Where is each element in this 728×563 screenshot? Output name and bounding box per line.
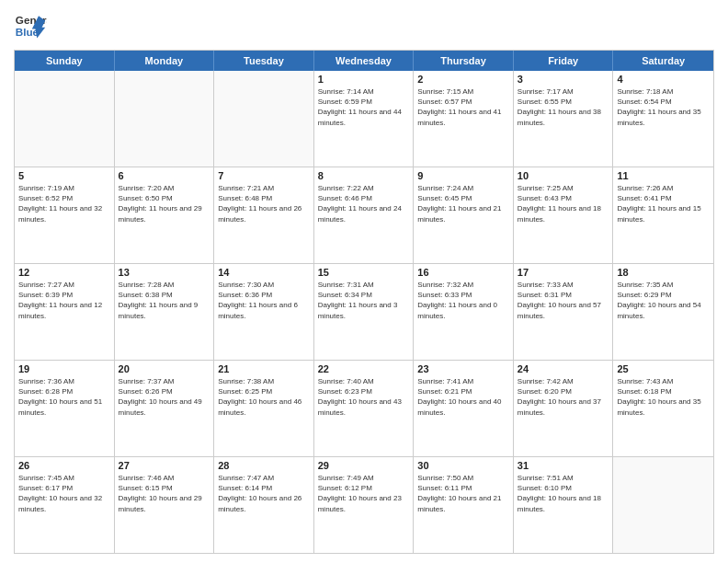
day-cell-17: 17Sunrise: 7:33 AMSunset: 6:31 PMDayligh…: [514, 264, 614, 360]
day-info: Sunrise: 7:38 AMSunset: 6:25 PMDaylight:…: [218, 376, 310, 418]
day-cell-12: 12Sunrise: 7:27 AMSunset: 6:39 PMDayligh…: [15, 264, 115, 360]
day-info: Sunrise: 7:21 AMSunset: 6:48 PMDaylight:…: [218, 183, 310, 224]
day-cell-19: 19Sunrise: 7:36 AMSunset: 6:28 PMDayligh…: [15, 361, 115, 456]
day-info: Sunrise: 7:20 AMSunset: 6:50 PMDaylight:…: [119, 183, 210, 224]
day-info: Sunrise: 7:24 AMSunset: 6:45 PMDaylight:…: [417, 183, 509, 224]
day-cell-21: 21Sunrise: 7:38 AMSunset: 6:25 PMDayligh…: [214, 361, 314, 456]
day-cell-23: 23Sunrise: 7:41 AMSunset: 6:21 PMDayligh…: [414, 361, 514, 456]
day-number: 15: [318, 267, 410, 278]
day-number: 1: [318, 74, 410, 85]
day-number: 13: [119, 267, 210, 278]
day-number: 17: [518, 267, 609, 278]
day-info: Sunrise: 7:26 AMSunset: 6:41 PMDaylight:…: [617, 183, 710, 224]
day-info: Sunrise: 7:45 AMSunset: 6:17 PMDaylight:…: [18, 473, 110, 514]
day-number: 14: [218, 267, 310, 278]
day-number: 25: [617, 363, 710, 374]
day-info: Sunrise: 7:47 AMSunset: 6:14 PMDaylight:…: [218, 473, 310, 514]
header-day-tuesday: Tuesday: [214, 51, 314, 71]
day-number: 11: [617, 170, 710, 181]
calendar-body: 1Sunrise: 7:14 AMSunset: 6:59 PMDaylight…: [15, 71, 713, 553]
day-number: 16: [417, 267, 509, 278]
empty-cell: [613, 457, 713, 553]
day-number: 2: [417, 74, 509, 85]
day-cell-5: 5Sunrise: 7:19 AMSunset: 6:52 PMDaylight…: [15, 167, 115, 263]
header-day-sunday: Sunday: [15, 51, 115, 71]
day-cell-27: 27Sunrise: 7:46 AMSunset: 6:15 PMDayligh…: [115, 457, 215, 553]
day-info: Sunrise: 7:50 AMSunset: 6:11 PMDaylight:…: [417, 473, 509, 514]
day-cell-6: 6Sunrise: 7:20 AMSunset: 6:50 PMDaylight…: [115, 167, 215, 263]
day-number: 28: [218, 460, 310, 471]
day-number: 4: [617, 74, 710, 85]
day-cell-24: 24Sunrise: 7:42 AMSunset: 6:20 PMDayligh…: [514, 361, 614, 456]
day-info: Sunrise: 7:22 AMSunset: 6:46 PMDaylight:…: [318, 183, 410, 224]
day-cell-18: 18Sunrise: 7:35 AMSunset: 6:29 PMDayligh…: [613, 264, 713, 360]
day-info: Sunrise: 7:36 AMSunset: 6:28 PMDaylight:…: [18, 376, 110, 418]
day-info: Sunrise: 7:31 AMSunset: 6:34 PMDaylight:…: [318, 280, 410, 321]
empty-cell: [115, 71, 215, 167]
day-info: Sunrise: 7:43 AMSunset: 6:18 PMDaylight:…: [617, 376, 710, 418]
day-info: Sunrise: 7:14 AMSunset: 6:59 PMDaylight:…: [318, 86, 410, 128]
header: General Blue: [14, 9, 714, 42]
day-number: 8: [318, 170, 410, 181]
day-cell-11: 11Sunrise: 7:26 AMSunset: 6:41 PMDayligh…: [613, 167, 713, 263]
day-cell-29: 29Sunrise: 7:49 AMSunset: 6:12 PMDayligh…: [314, 457, 415, 553]
day-number: 20: [119, 363, 210, 374]
day-number: 30: [417, 460, 509, 471]
day-cell-30: 30Sunrise: 7:50 AMSunset: 6:11 PMDayligh…: [414, 457, 514, 553]
day-number: 12: [18, 267, 110, 278]
day-number: 22: [318, 363, 410, 374]
day-info: Sunrise: 7:46 AMSunset: 6:15 PMDaylight:…: [119, 473, 210, 514]
day-number: 7: [218, 170, 310, 181]
day-info: Sunrise: 7:30 AMSunset: 6:36 PMDaylight:…: [218, 280, 310, 321]
day-number: 5: [18, 170, 110, 181]
empty-cell: [15, 71, 115, 167]
day-info: Sunrise: 7:19 AMSunset: 6:52 PMDaylight:…: [18, 183, 110, 224]
day-cell-7: 7Sunrise: 7:21 AMSunset: 6:48 PMDaylight…: [214, 167, 314, 263]
day-cell-10: 10Sunrise: 7:25 AMSunset: 6:43 PMDayligh…: [514, 167, 614, 263]
day-info: Sunrise: 7:40 AMSunset: 6:23 PMDaylight:…: [318, 376, 410, 418]
day-number: 31: [518, 460, 609, 471]
day-cell-14: 14Sunrise: 7:30 AMSunset: 6:36 PMDayligh…: [214, 264, 314, 360]
day-number: 26: [18, 460, 110, 471]
page: General Blue SundayMondayTuesdayWednesda…: [0, 0, 728, 563]
day-cell-1: 1Sunrise: 7:14 AMSunset: 6:59 PMDaylight…: [314, 71, 415, 167]
day-info: Sunrise: 7:33 AMSunset: 6:31 PMDaylight:…: [518, 280, 609, 321]
day-info: Sunrise: 7:25 AMSunset: 6:43 PMDaylight:…: [518, 183, 609, 224]
week-row-2: 12Sunrise: 7:27 AMSunset: 6:39 PMDayligh…: [15, 264, 713, 361]
day-number: 9: [417, 170, 509, 181]
logo: General Blue: [14, 9, 47, 42]
day-number: 21: [218, 363, 310, 374]
calendar: SundayMondayTuesdayWednesdayThursdayFrid…: [14, 50, 714, 554]
header-day-thursday: Thursday: [414, 51, 514, 71]
day-number: 27: [119, 460, 210, 471]
day-info: Sunrise: 7:28 AMSunset: 6:38 PMDaylight:…: [119, 280, 210, 321]
day-number: 3: [518, 74, 609, 85]
day-number: 18: [617, 267, 710, 278]
day-cell-4: 4Sunrise: 7:18 AMSunset: 6:54 PMDaylight…: [613, 71, 713, 167]
day-number: 24: [518, 363, 609, 374]
calendar-header: SundayMondayTuesdayWednesdayThursdayFrid…: [15, 51, 713, 71]
day-cell-8: 8Sunrise: 7:22 AMSunset: 6:46 PMDaylight…: [314, 167, 415, 263]
week-row-3: 19Sunrise: 7:36 AMSunset: 6:28 PMDayligh…: [15, 361, 713, 457]
week-row-0: 1Sunrise: 7:14 AMSunset: 6:59 PMDaylight…: [15, 71, 713, 167]
day-info: Sunrise: 7:42 AMSunset: 6:20 PMDaylight:…: [518, 376, 609, 418]
day-cell-26: 26Sunrise: 7:45 AMSunset: 6:17 PMDayligh…: [15, 457, 115, 553]
day-cell-2: 2Sunrise: 7:15 AMSunset: 6:57 PMDaylight…: [414, 71, 514, 167]
day-cell-13: 13Sunrise: 7:28 AMSunset: 6:38 PMDayligh…: [115, 264, 215, 360]
day-cell-16: 16Sunrise: 7:32 AMSunset: 6:33 PMDayligh…: [414, 264, 514, 360]
day-cell-31: 31Sunrise: 7:51 AMSunset: 6:10 PMDayligh…: [514, 457, 614, 553]
day-number: 19: [18, 363, 110, 374]
day-cell-15: 15Sunrise: 7:31 AMSunset: 6:34 PMDayligh…: [314, 264, 415, 360]
day-info: Sunrise: 7:32 AMSunset: 6:33 PMDaylight:…: [417, 280, 509, 321]
day-info: Sunrise: 7:18 AMSunset: 6:54 PMDaylight:…: [617, 86, 710, 128]
day-info: Sunrise: 7:17 AMSunset: 6:55 PMDaylight:…: [518, 86, 609, 128]
day-info: Sunrise: 7:51 AMSunset: 6:10 PMDaylight:…: [518, 473, 609, 514]
day-info: Sunrise: 7:49 AMSunset: 6:12 PMDaylight:…: [318, 473, 410, 514]
day-cell-22: 22Sunrise: 7:40 AMSunset: 6:23 PMDayligh…: [314, 361, 415, 456]
day-info: Sunrise: 7:35 AMSunset: 6:29 PMDaylight:…: [617, 280, 710, 321]
day-info: Sunrise: 7:37 AMSunset: 6:26 PMDaylight:…: [119, 376, 210, 418]
day-cell-9: 9Sunrise: 7:24 AMSunset: 6:45 PMDaylight…: [414, 167, 514, 263]
day-info: Sunrise: 7:41 AMSunset: 6:21 PMDaylight:…: [417, 376, 509, 418]
week-row-4: 26Sunrise: 7:45 AMSunset: 6:17 PMDayligh…: [15, 457, 713, 553]
header-day-wednesday: Wednesday: [314, 51, 415, 71]
